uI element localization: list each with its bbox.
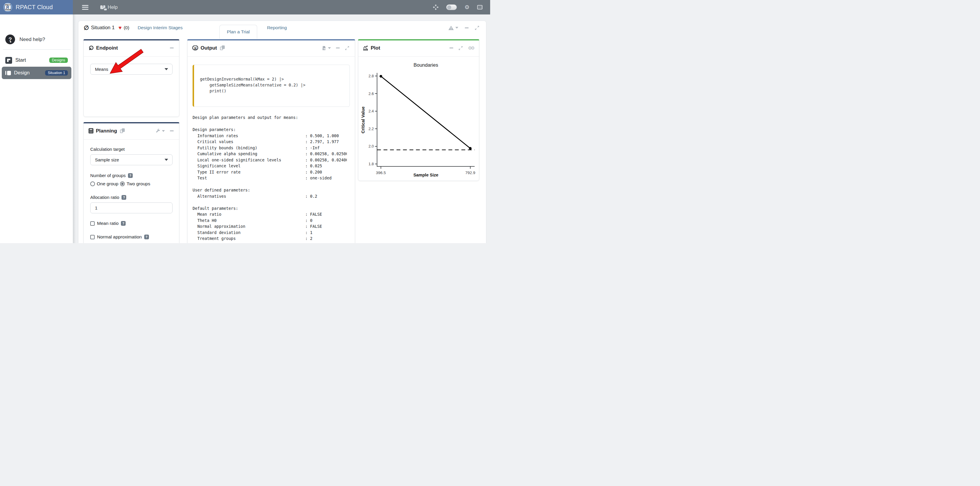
svg-text:1.8: 1.8 (368, 162, 374, 166)
output-panel: R Output getDesignInverseNormal(kMax = 2… (187, 39, 355, 243)
svg-text:2.2: 2.2 (368, 127, 374, 131)
wrench-icon (156, 129, 161, 133)
tab-reporting[interactable]: Reporting (262, 21, 292, 34)
mean-ratio-checkbox[interactable]: Mean ratio ? (90, 221, 172, 226)
endpoint-title: Endpoint (96, 45, 118, 51)
copy-icon[interactable] (220, 45, 225, 51)
warning-icon (448, 25, 454, 30)
card-toolbar (448, 24, 479, 32)
calculation-target-select[interactable]: Sample size (90, 155, 172, 165)
svg-text:792.9: 792.9 (465, 170, 476, 175)
radio-one-group[interactable]: One group (90, 181, 118, 186)
designs-badge: Designs (49, 57, 68, 63)
svg-text:Boundaries: Boundaries (414, 62, 438, 68)
svg-text:R: R (194, 46, 197, 51)
empty-set-icon: ∅ (84, 24, 89, 31)
number-of-groups-label: Number of groups ? (90, 173, 172, 178)
tab-design-interim-stages[interactable]: Design Interim Stages (134, 21, 187, 34)
radio-circle-icon (120, 182, 125, 186)
help-badge-icon[interactable]: ? (144, 234, 149, 239)
export-dropdown[interactable] (322, 46, 331, 51)
settings-gear-icon[interactable]: ⚙ (465, 5, 469, 10)
svg-text:2.6: 2.6 (368, 91, 374, 96)
collapse-endpoint-button[interactable] (170, 48, 174, 48)
chevron-down-icon (165, 68, 168, 70)
radio-circle-icon (90, 182, 95, 186)
likes-count: (0) (124, 25, 129, 30)
chart-icon (363, 45, 368, 51)
question-mark-icon: ? (5, 35, 15, 44)
help-label: Help (108, 5, 118, 10)
need-help-label: Need help? (19, 37, 45, 43)
app-title: RPACT Cloud (16, 4, 53, 11)
collapse-output-button[interactable] (336, 48, 340, 48)
number-of-groups-radiogroup: One group Two groups (90, 181, 172, 186)
svg-text:Sample Size: Sample Size (414, 173, 439, 177)
output-title: Output (200, 45, 217, 51)
fullscreen-icon[interactable] (433, 5, 439, 10)
sidebar-divider (3, 49, 70, 49)
sidebar-edge-shadow (73, 14, 76, 243)
planning-title: Planning (96, 128, 117, 134)
help-badge-icon[interactable]: ? (121, 221, 126, 226)
calculation-target-label: Calculation target (90, 147, 172, 152)
top-navbar: ? Help ⚙ (73, 0, 490, 14)
checkbox-icon (90, 235, 95, 239)
situation-header: ∅ Situation 1 ♥ (0) (84, 21, 129, 34)
tab-plan-a-trial[interactable]: Plan a Trial (220, 25, 257, 39)
svg-text:Critical Value: Critical Value (361, 107, 365, 133)
expand-output-button[interactable] (345, 46, 350, 51)
theme-toggle[interactable] (446, 5, 457, 10)
checkbox-icon (90, 221, 95, 226)
hamburger-menu-icon[interactable] (82, 5, 89, 10)
export-file-icon (322, 46, 326, 51)
svg-text:2.8: 2.8 (368, 74, 374, 78)
svg-text:2.4: 2.4 (368, 109, 374, 113)
normal-approximation-checkbox[interactable]: Normal approximation ? (90, 234, 172, 240)
need-help-link[interactable]: ? Need help? (5, 35, 45, 44)
sidebar-item-start[interactable]: Start Designs (2, 54, 72, 66)
calculation-target-value: Sample size (95, 157, 119, 162)
radio-two-groups[interactable]: Two groups (120, 181, 150, 186)
heart-icon[interactable]: ♥ (119, 25, 122, 31)
warnings-dropdown[interactable] (448, 25, 458, 30)
r-logo-icon: R (192, 45, 198, 51)
endpoint-panel: Endpoint Means (83, 39, 179, 117)
design-icon (5, 71, 11, 75)
collapse-planning-button[interactable] (170, 131, 174, 131)
collapse-card-button[interactable] (465, 27, 469, 28)
copy-icon[interactable] (120, 128, 125, 133)
sidebar-design-label: Design (14, 70, 30, 76)
planning-panel: Planning Calculation target Sample size … (83, 122, 179, 243)
endpoint-select[interactable]: Means (90, 64, 172, 75)
endpoint-target-icon (89, 45, 94, 51)
plot-settings-gears-icon[interactable]: ⚙⚙ (468, 45, 474, 51)
expand-card-button[interactable] (474, 25, 479, 30)
r-code[interactable]: getDesignInverseNormal(kMax = 2) |> getS… (200, 76, 344, 94)
plot-panel: Plot ⚙⚙ Boundaries1.82.02.22.42.62.8396.… (358, 39, 479, 181)
help-button[interactable]: ? Help (100, 5, 118, 10)
boundaries-chart: Boundaries1.82.02.22.42.62.8396.5792.9Sa… (358, 57, 479, 181)
sidebar-item-design[interactable]: Design Situation 1 (2, 67, 72, 79)
chevron-down-icon (162, 130, 165, 132)
output-text: Design plan parameters and output for me… (192, 115, 347, 242)
collapse-plot-button[interactable] (449, 48, 453, 48)
allocation-ratio-label: Allocation ratio ? (90, 195, 172, 200)
help-bubble-icon: ? (100, 5, 105, 9)
start-icon (5, 57, 12, 64)
chevron-down-icon (165, 159, 168, 161)
svg-text:2.0: 2.0 (368, 144, 374, 148)
sidebar: ? Need help? Start Designs Design Situat… (0, 14, 73, 243)
expand-plot-button[interactable] (458, 46, 463, 51)
apps-grid-icon[interactable] (477, 5, 482, 10)
chevron-down-icon (455, 27, 458, 29)
allocation-ratio-input[interactable] (90, 202, 172, 214)
endpoint-select-value: Means (95, 67, 108, 72)
plot-title: Plot (371, 45, 380, 51)
help-badge-icon[interactable]: ? (121, 195, 126, 200)
chevron-down-icon (328, 47, 331, 49)
tools-dropdown[interactable] (156, 129, 165, 133)
help-badge-icon[interactable]: ? (128, 173, 133, 178)
sidebar-start-label: Start (15, 57, 26, 63)
rpact-logo[interactable]: PACTRCloud (3, 3, 13, 12)
